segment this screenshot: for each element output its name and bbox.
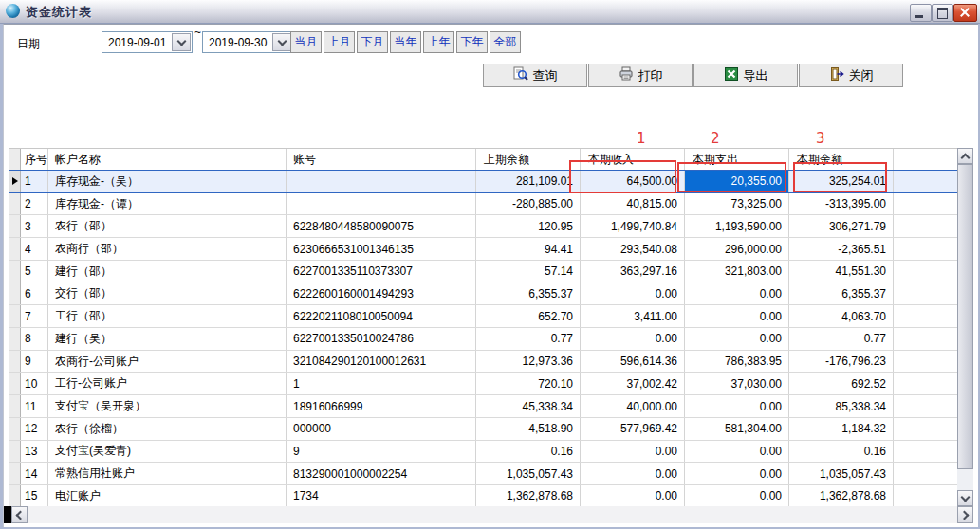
cell[interactable]: 14 xyxy=(21,463,48,484)
cell[interactable]: -280,885.00 xyxy=(476,193,581,215)
cell[interactable]: 1,035,057.43 xyxy=(789,463,894,484)
cell[interactable]: 交行（邵） xyxy=(48,283,287,305)
cell[interactable]: 596,614.36 xyxy=(581,351,685,373)
cell[interactable]: 363,297.16 xyxy=(581,261,685,283)
row-selector-cell[interactable] xyxy=(9,283,21,305)
cell[interactable]: 293,540.08 xyxy=(581,238,685,260)
cell[interactable]: 6222021108010050094 xyxy=(287,305,476,327)
range-button[interactable]: 下年 xyxy=(456,31,488,53)
cell[interactable]: 5 xyxy=(21,261,48,283)
table-row[interactable]: 8建行（吴）62270013350100247860.770.000.000.7… xyxy=(9,328,958,351)
cell[interactable] xyxy=(894,238,958,260)
cell[interactable]: 0.00 xyxy=(685,395,789,417)
cell[interactable]: 321084290120100012631 xyxy=(287,351,476,373)
cell[interactable]: 建行（邵） xyxy=(48,261,287,283)
table-row[interactable]: 7工行（邵）6222021108010050094652.703,411.000… xyxy=(9,305,958,328)
cell[interactable]: 325,254.01 xyxy=(789,171,894,192)
cell[interactable]: 常熟信用社账户 xyxy=(48,463,287,484)
table-row[interactable]: 3农行（邵）6228480448580090075120.951,499,740… xyxy=(9,215,958,238)
cell[interactable]: 8 xyxy=(21,328,48,350)
cell[interactable]: 321,803.00 xyxy=(685,261,789,283)
cell[interactable]: 37,002.42 xyxy=(581,373,685,394)
cell[interactable]: 9 xyxy=(287,441,476,463)
table-row[interactable]: 14常熟信用社账户8132900010000022541,035,057.430… xyxy=(9,463,958,485)
cell[interactable]: 0.00 xyxy=(581,463,685,484)
cell[interactable] xyxy=(894,418,958,440)
cell[interactable]: 2 xyxy=(21,193,48,215)
vertical-scroll-thumb[interactable] xyxy=(957,164,973,469)
row-selector-cell[interactable] xyxy=(9,215,21,237)
cell[interactable]: 工行（邵） xyxy=(48,305,287,327)
cell[interactable]: 6,355.37 xyxy=(789,283,894,305)
row-selector-cell[interactable] xyxy=(9,418,21,440)
cell[interactable]: 6230666531001346135 xyxy=(287,238,476,260)
cell[interactable]: 1,035,057.43 xyxy=(476,463,581,484)
cell[interactable]: 6228480448580090075 xyxy=(287,215,476,237)
cell[interactable]: 85,338.34 xyxy=(789,395,894,417)
cell[interactable]: 工行-公司账户 xyxy=(48,373,287,394)
cell[interactable]: -313,395.00 xyxy=(789,193,894,215)
cell[interactable]: 18916066999 xyxy=(287,395,476,417)
cell[interactable] xyxy=(894,215,958,237)
horizontal-scroll-track[interactable] xyxy=(28,506,957,523)
table-row[interactable]: 4农商行（邵）623066653100134613594.41293,540.0… xyxy=(9,238,958,261)
cell[interactable]: 0.77 xyxy=(476,328,581,350)
cell[interactable]: 3,411.00 xyxy=(581,305,685,327)
table-row[interactable]: 9农商行-公司账户32108429012010001263112,973.365… xyxy=(9,351,958,374)
cell[interactable]: 281,109.01 xyxy=(476,171,581,192)
cell[interactable]: 4 xyxy=(21,238,48,260)
row-selector-cell[interactable] xyxy=(9,328,21,350)
cell[interactable]: 1 xyxy=(287,373,476,394)
cell[interactable]: 11 xyxy=(21,395,48,417)
minimize-button[interactable] xyxy=(910,4,932,22)
row-selector-cell[interactable] xyxy=(9,351,21,373)
cell[interactable]: 306,271.79 xyxy=(789,215,894,237)
horizontal-scrollbar[interactable] xyxy=(11,506,973,523)
cell[interactable]: 40,000.00 xyxy=(581,395,685,417)
cell[interactable] xyxy=(894,485,958,507)
cell[interactable]: 1,362,878.68 xyxy=(789,485,894,507)
cell[interactable]: 0.00 xyxy=(685,485,789,507)
cell[interactable]: 7 xyxy=(21,305,48,327)
cell[interactable]: 786,383.95 xyxy=(685,351,789,373)
cell[interactable]: 720.10 xyxy=(476,373,581,394)
vertical-scrollbar[interactable] xyxy=(957,148,973,506)
cell[interactable]: 6227001335010024786 xyxy=(287,328,476,350)
cell[interactable]: 建行（吴） xyxy=(48,328,287,350)
header-cell[interactable]: 账号 xyxy=(287,149,476,170)
cell[interactable] xyxy=(894,373,958,394)
cell[interactable]: 3 xyxy=(21,215,48,237)
cell[interactable] xyxy=(894,305,958,327)
cell[interactable]: 农行（邵） xyxy=(48,215,287,237)
cell[interactable]: 64,500.00 xyxy=(581,171,685,192)
search-toolbar-button[interactable]: 查询 xyxy=(483,64,587,87)
table-row[interactable]: 10工行-公司账户1720.1037,002.4237,030.00692.52 xyxy=(9,373,958,395)
range-button[interactable]: 当月 xyxy=(290,31,322,53)
title-bar[interactable]: 资金统计表 xyxy=(0,0,980,24)
cell[interactable]: 652.70 xyxy=(476,305,581,327)
cell[interactable] xyxy=(894,193,958,215)
range-button[interactable]: 上月 xyxy=(324,31,355,53)
cell[interactable]: 13 xyxy=(21,441,48,463)
cell[interactable]: 12 xyxy=(21,418,48,440)
cell[interactable]: 000000 xyxy=(287,418,476,440)
cell[interactable]: 支付宝(吴爱青) xyxy=(48,441,287,463)
excel-toolbar-button[interactable]: 导出 xyxy=(693,64,798,87)
cell[interactable]: 1,362,878.68 xyxy=(476,485,581,507)
cell[interactable]: 0.00 xyxy=(581,441,685,463)
cell[interactable] xyxy=(894,261,958,283)
table-row[interactable]: 13支付宝(吴爱青)90.160.000.000.16 xyxy=(9,441,958,464)
cell[interactable]: 813290001000002254 xyxy=(287,463,476,484)
cell[interactable]: 41,551.30 xyxy=(789,261,894,283)
header-cell[interactable]: 本期支出 xyxy=(685,149,789,170)
date-to-dropdown-button[interactable] xyxy=(272,33,291,51)
table-row[interactable]: 2库存现金-（谭）-280,885.0040,815.0073,325.00-3… xyxy=(9,193,958,216)
cell[interactable]: 20,355.00 xyxy=(685,171,789,192)
scroll-down-button[interactable] xyxy=(957,490,973,506)
table-row[interactable]: 6交行（邵）62226001600014942936,355.370.000.0… xyxy=(9,283,958,306)
exit-toolbar-button[interactable]: 关闭 xyxy=(799,64,903,87)
printer-toolbar-button[interactable]: 打印 xyxy=(588,64,693,87)
table-row[interactable]: 1库存现金-（吴）281,109.0164,500.0020,355.00325… xyxy=(9,170,958,193)
header-cell[interactable]: 本期收入 xyxy=(581,149,685,170)
header-cell-blank[interactable] xyxy=(9,149,21,170)
